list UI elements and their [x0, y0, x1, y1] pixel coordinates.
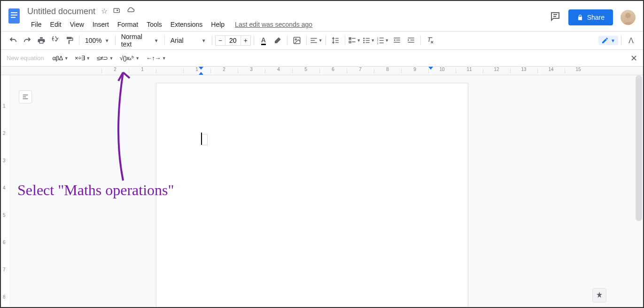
- menu-format[interactable]: Format: [114, 19, 142, 30]
- zoom-select[interactable]: 100%▼: [82, 35, 112, 46]
- font-size-group: − +: [215, 35, 251, 46]
- svg-rect-2: [11, 15, 17, 16]
- align-button[interactable]: ▼: [310, 34, 323, 47]
- equation-toolbar: New equation αβΔ▼ ×÷∃▼ ≤≠⊃▼ √()xₐᵇ▼ ←↑→▼…: [1, 50, 643, 67]
- equation-box[interactable]: [201, 134, 208, 145]
- separator: [306, 36, 307, 45]
- text-color-button[interactable]: A: [257, 34, 270, 47]
- decrease-indent-button[interactable]: [390, 34, 403, 47]
- svg-point-15: [364, 42, 365, 43]
- editing-mode-button[interactable]: ▼: [598, 36, 618, 45]
- menu-help[interactable]: Help: [207, 19, 228, 30]
- font-size-decrease[interactable]: −: [215, 35, 225, 46]
- svg-rect-3: [11, 17, 16, 18]
- menu-view[interactable]: View: [66, 19, 88, 30]
- separator: [79, 36, 79, 45]
- share-label: Share: [587, 14, 605, 21]
- comments-icon[interactable]: [550, 11, 561, 24]
- svg-point-13: [364, 38, 365, 39]
- menu-file[interactable]: File: [27, 19, 46, 30]
- menu-tools[interactable]: Tools: [143, 19, 166, 30]
- left-indent[interactable]: [199, 72, 203, 75]
- text-cursor: [201, 133, 202, 145]
- title-area: Untitled document ☆ File Edit View Inser…: [23, 5, 550, 31]
- separator: [345, 36, 345, 45]
- greek-letters-dropdown[interactable]: αβΔ▼: [51, 53, 70, 64]
- svg-rect-18: [366, 42, 370, 43]
- lock-icon: [577, 14, 583, 21]
- insert-image-button[interactable]: [290, 34, 303, 47]
- print-button[interactable]: [35, 34, 48, 47]
- math-operations-dropdown[interactable]: ×÷∃▼: [73, 53, 92, 64]
- svg-rect-1: [11, 12, 17, 13]
- highlight-button[interactable]: [271, 34, 284, 47]
- svg-text:3: 3: [377, 42, 379, 45]
- checklist-button[interactable]: ▼: [348, 34, 361, 47]
- style-select[interactable]: Normal text▼: [118, 35, 162, 46]
- svg-rect-17: [366, 40, 370, 41]
- workspace: 1 2 3 4 5 6 7 8 ‹: [1, 75, 643, 308]
- svg-rect-23: [380, 40, 384, 41]
- svg-rect-25: [394, 38, 400, 39]
- separator: [254, 36, 254, 45]
- svg-rect-16: [366, 38, 370, 39]
- star-icon[interactable]: ☆: [101, 7, 108, 16]
- svg-rect-22: [380, 38, 384, 39]
- menu-insert[interactable]: Insert: [89, 19, 113, 30]
- right-indent[interactable]: [428, 67, 433, 70]
- svg-rect-29: [410, 40, 414, 41]
- math-functions-dropdown[interactable]: √()xₐᵇ▼: [118, 53, 141, 64]
- spellcheck-button[interactable]: [49, 34, 62, 47]
- document-title[interactable]: Untitled document: [27, 7, 95, 16]
- redo-button[interactable]: [21, 34, 34, 47]
- last-edit-link[interactable]: Last edit was seconds ago: [235, 21, 312, 28]
- arrows-dropdown[interactable]: ←↑→▼: [144, 53, 168, 64]
- svg-point-8: [295, 39, 296, 40]
- svg-rect-27: [394, 42, 400, 43]
- pencil-icon: [601, 37, 609, 44]
- move-icon[interactable]: [113, 7, 121, 16]
- vertical-ruler[interactable]: 1 2 3 4 5 6 7 8: [1, 75, 10, 308]
- share-button[interactable]: Share: [568, 9, 613, 25]
- line-spacing-button[interactable]: [329, 34, 342, 47]
- separator: [326, 36, 326, 45]
- header-bar: Untitled document ☆ File Edit View Inser…: [1, 1, 643, 31]
- menu-extensions[interactable]: Extensions: [167, 19, 206, 30]
- close-equation-toolbar[interactable]: ✕: [630, 53, 637, 63]
- main-toolbar: 100%▼ Normal text▼ Arial▼ − + A ▼ ▼ ▼ 12…: [1, 31, 643, 50]
- undo-button[interactable]: [7, 34, 20, 47]
- document-page[interactable]: [156, 83, 468, 308]
- separator: [164, 36, 165, 45]
- separator: [420, 36, 421, 45]
- font-select[interactable]: Arial▼: [168, 35, 209, 46]
- cloud-status-icon[interactable]: [126, 7, 135, 16]
- separator: [115, 36, 116, 45]
- docs-logo[interactable]: [5, 7, 23, 25]
- bullet-list-button[interactable]: ▼: [362, 34, 375, 47]
- separator: [621, 36, 621, 45]
- relations-dropdown[interactable]: ≤≠⊃▼: [95, 53, 115, 64]
- svg-rect-0: [8, 8, 20, 24]
- numbered-list-button[interactable]: 123▼: [376, 34, 389, 47]
- menu-bar: File Edit View Insert Format Tools Exten…: [27, 18, 550, 31]
- svg-point-6: [625, 13, 631, 18]
- clear-format-button[interactable]: [424, 34, 437, 47]
- user-avatar[interactable]: [621, 10, 636, 25]
- scrollbar-thumb[interactable]: [636, 75, 642, 221]
- menu-edit[interactable]: Edit: [47, 19, 65, 30]
- font-size-input[interactable]: [225, 35, 241, 46]
- collapse-toolbar-button[interactable]: ᐱ: [624, 34, 637, 47]
- scrollbar[interactable]: [636, 75, 642, 306]
- new-equation-label[interactable]: New equation: [7, 55, 44, 62]
- horizontal-ruler[interactable]: 2 1 1 2 3 4 5 6 7 8 9 10 11 12 13 14 15: [1, 67, 643, 75]
- separator: [212, 36, 212, 45]
- svg-rect-30: [408, 42, 414, 43]
- font-size-increase[interactable]: +: [241, 35, 251, 46]
- svg-rect-26: [396, 40, 400, 41]
- increase-indent-button[interactable]: [404, 34, 418, 47]
- paint-format-button[interactable]: [63, 34, 76, 47]
- first-line-indent[interactable]: [199, 67, 203, 70]
- document-outline-button[interactable]: [19, 90, 32, 103]
- svg-rect-28: [408, 38, 414, 39]
- explore-button[interactable]: [592, 288, 606, 302]
